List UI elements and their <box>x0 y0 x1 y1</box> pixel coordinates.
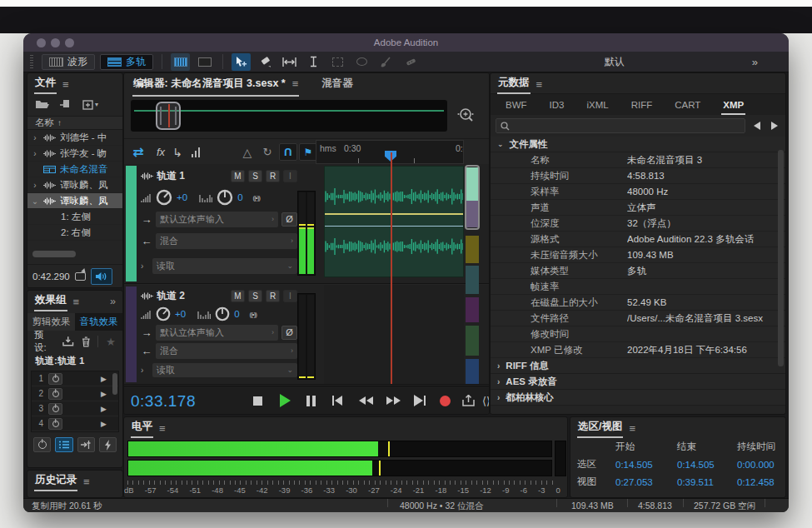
editor-tab[interactable]: 编辑器: 未命名混音项目 3.sesx * ≡ <box>132 73 299 97</box>
text-tool-button[interactable] <box>304 53 323 71</box>
workspace-selector[interactable]: 默认 <box>527 55 702 69</box>
metadata-row[interactable]: 帧速率 <box>491 279 785 295</box>
fast-forward-button[interactable] <box>383 386 403 415</box>
view-duration[interactable]: 0:12.458 <box>737 477 786 487</box>
automation-mode-selector[interactable]: 读取 ⌄ <box>152 363 297 377</box>
pause-button[interactable] <box>302 386 319 415</box>
waveform-view-button[interactable]: 波形 <box>42 54 95 70</box>
track-output-selector[interactable]: 混合 › <box>156 233 297 249</box>
effect-slot[interactable]: 1 ▶ <box>32 371 118 386</box>
automation-expand-icon[interactable]: › <box>141 366 149 375</box>
selection-start[interactable]: 0:14.505 <box>615 460 677 470</box>
metronome-icon[interactable]: △ <box>238 143 257 161</box>
volume-envelope-line[interactable] <box>325 213 463 215</box>
slot-arrow-icon[interactable]: ▶ <box>101 420 107 428</box>
punch-record-icon[interactable]: ↻ <box>258 143 276 161</box>
export-clip-button[interactable] <box>459 386 477 415</box>
horizontal-scrollbar[interactable] <box>32 251 76 257</box>
file-row[interactable]: › 张学友 - 吻 <box>27 146 122 162</box>
show-effects-icon[interactable]: fx <box>152 143 169 161</box>
freeze-track-button[interactable] <box>99 437 117 452</box>
automation-expand-icon[interactable]: › <box>141 262 149 271</box>
go-to-start-button[interactable] <box>328 386 346 415</box>
mute-button[interactable]: M <box>231 170 245 182</box>
track-color-strip[interactable] <box>126 166 137 281</box>
tab-riff[interactable]: RIFF <box>630 97 655 115</box>
effect-power-button[interactable] <box>48 418 62 430</box>
pan-value[interactable]: 0 <box>234 309 239 319</box>
rack-power-button[interactable] <box>33 437 51 452</box>
pan-value[interactable]: 0 <box>237 192 242 202</box>
effect-power-button[interactable] <box>48 388 62 400</box>
metadata-search-input[interactable] <box>496 118 745 133</box>
paintbrush-tool-button[interactable] <box>376 53 396 71</box>
panel-menu-icon[interactable]: ≡ <box>73 296 80 308</box>
pan-envelope-line[interactable] <box>325 226 463 227</box>
workspace-overflow-button[interactable]: » <box>752 56 757 68</box>
track-name[interactable]: 轨道 2 <box>157 289 227 303</box>
selection-end[interactable]: 0:14.505 <box>677 460 737 470</box>
rewind-button[interactable] <box>356 386 376 415</box>
slot-arrow-icon[interactable]: ▶ <box>101 390 107 398</box>
stop-button[interactable] <box>249 386 266 415</box>
metadata-row[interactable]: XMP 已修改2022年4月18日 下午6:34:56 <box>491 342 785 358</box>
zoom-navigator[interactable] <box>131 100 447 132</box>
metadata-row[interactable]: 修改时间 <box>491 326 785 342</box>
track-output-selector[interactable]: 混合 › <box>156 343 297 359</box>
zoom-tool-icon[interactable] <box>456 105 477 127</box>
file-row[interactable]: › 谭咏麟、凤 <box>27 177 122 193</box>
open-file-icon[interactable] <box>35 99 50 110</box>
time-selection-tool-button[interactable] <box>280 53 299 71</box>
files-panel-tab[interactable]: 文件 <box>34 74 57 94</box>
send-routing-icon[interactable]: ↳ <box>171 143 184 161</box>
metadata-scrollbar[interactable] <box>778 150 784 366</box>
tab-cart[interactable]: CART <box>673 97 702 115</box>
marquee-selection-tool-button[interactable] <box>328 53 347 71</box>
file-row-session[interactable]: 未命名混音 <box>27 162 122 177</box>
volume-knob[interactable] <box>155 306 172 322</box>
file-row-selected[interactable]: ⌄ 谭咏麟、凤 <box>27 193 122 209</box>
effects-panel-tab[interactable]: 效果组 <box>34 291 67 311</box>
track-effects-tab[interactable]: 音轨效果 <box>75 313 122 331</box>
tab-id3[interactable]: ID3 <box>548 97 566 115</box>
slots-scrollbar[interactable] <box>112 373 117 395</box>
expand-icon[interactable]: › <box>31 181 39 190</box>
lasso-selection-tool-button[interactable] <box>352 53 371 71</box>
track-color-strip[interactable] <box>126 286 137 382</box>
aes-section[interactable]: › AES 录放音 <box>491 374 785 390</box>
metadata-row[interactable]: 媒体类型多轨 <box>491 263 785 279</box>
save-preset-icon[interactable] <box>62 336 74 346</box>
metering-icon[interactable] <box>187 143 204 161</box>
tab-xmp[interactable]: XMP <box>721 97 745 115</box>
solo-button[interactable]: S <box>248 290 262 302</box>
panel-menu-icon[interactable]: ≡ <box>83 476 90 488</box>
metadata-row[interactable]: 声道立体声 <box>491 200 785 216</box>
phase-invert-button[interactable]: Ø <box>281 326 297 340</box>
vertical-scroll-thumb[interactable] <box>465 165 480 230</box>
razor-tool-button[interactable] <box>256 53 275 71</box>
spectral-pitch-display-button[interactable] <box>195 53 214 71</box>
arm-record-button[interactable]: R <box>266 290 280 302</box>
minimize-window-button[interactable] <box>51 38 60 47</box>
metadata-row[interactable]: 未压缩音频大小109.43 MB <box>491 247 785 263</box>
effects-list-toggle-button[interactable] <box>55 437 72 452</box>
effect-slot[interactable]: 2 ▶ <box>32 386 118 401</box>
empty-clip-lane[interactable] <box>324 285 464 384</box>
metadata-row[interactable]: 文件路径/Users/...未命名混音项目 3.sesx <box>491 311 785 326</box>
expand-icon[interactable]: › <box>31 149 39 158</box>
riff-info-section[interactable]: › RIFF 信息 <box>491 358 785 374</box>
files-name-column-header[interactable]: 名称 ↑ <box>27 116 122 130</box>
view-end[interactable]: 0:39.511 <box>677 477 737 487</box>
import-file-icon[interactable] <box>59 99 73 110</box>
metadata-panel-tab[interactable]: 元数据 <box>497 74 531 94</box>
collapse-icon[interactable]: ⌄ <box>31 197 39 206</box>
record-button[interactable] <box>436 386 453 415</box>
phase-invert-button[interactable]: Ø <box>281 212 297 227</box>
pan-knob[interactable] <box>216 188 234 207</box>
file-row[interactable]: › 刘德华 - 中 <box>27 130 122 146</box>
track-input-selector[interactable]: 默认立体声输入 › <box>156 325 278 341</box>
track-name[interactable]: 轨道 1 <box>157 169 227 183</box>
audio-clip[interactable] <box>324 166 464 277</box>
go-to-end-button[interactable] <box>411 386 429 415</box>
pan-knob[interactable] <box>214 306 231 322</box>
